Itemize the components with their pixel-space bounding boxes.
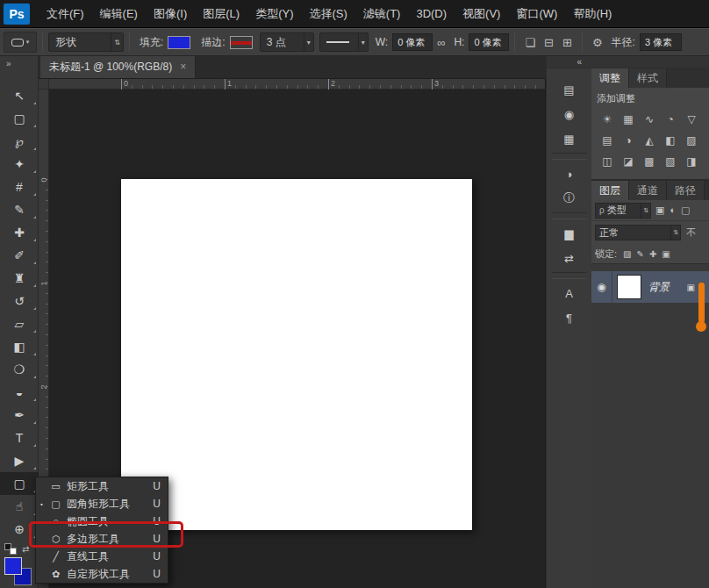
tool-brush[interactable]: ✐ <box>0 244 39 267</box>
lock-icon[interactable]: ▨ <box>623 249 631 259</box>
menu-item[interactable]: 图层(L) <box>195 0 247 27</box>
tool-eyedropper[interactable]: ✎ <box>0 198 39 221</box>
radius-input[interactable]: 3 像素 <box>640 33 682 51</box>
panel-icon-separator-2[interactable] <box>552 212 586 219</box>
stroke-color-swatch[interactable] <box>230 36 253 49</box>
default-colors-icon[interactable] <box>4 543 17 555</box>
adjustment-icon[interactable]: ☀ <box>597 109 618 130</box>
toolbar-collapse-button[interactable]: » <box>0 56 38 74</box>
adjustment-icon[interactable]: ◪ <box>618 151 639 172</box>
menu-item[interactable]: 窗口(W) <box>508 0 565 27</box>
panel-tab[interactable]: 样式 <box>629 68 667 88</box>
op-icon-path-arrange[interactable]: ⊞ <box>558 36 577 49</box>
adjustment-icon[interactable]: ▦ <box>618 109 639 130</box>
panel-icon-actions[interactable]: ⇄ <box>547 246 591 270</box>
op-icon-path-alignment[interactable]: ⊟ <box>540 36 558 49</box>
panel-collapse-button[interactable]: « <box>547 56 591 68</box>
tool-move[interactable]: ↖ <box>0 84 39 107</box>
tool-eraser[interactable]: ▱ <box>0 312 39 335</box>
panel-icon-character[interactable]: A <box>547 281 591 305</box>
layer-thumbnail[interactable] <box>617 275 641 299</box>
tool-marquee[interactable]: ▢ <box>0 107 39 130</box>
adjustment-icon[interactable]: ▧ <box>660 151 681 172</box>
tool-healing-brush[interactable]: ✚ <box>0 221 39 244</box>
visibility-toggle[interactable]: ◉ <box>591 271 612 303</box>
flyout-item-line[interactable]: ▪ ╱ 直线工具 U <box>36 548 168 565</box>
filter-icon[interactable]: ▢ <box>681 204 690 216</box>
panel-icon-info[interactable]: ⓘ <box>547 186 591 211</box>
panel-icon-separator-1[interactable] <box>552 153 586 160</box>
adjustment-icon[interactable]: ◫ <box>597 151 618 172</box>
flyout-item-custom-shape[interactable]: ▪ ✿ 自定形状工具 U <box>36 565 168 583</box>
tool-history-brush[interactable]: ↺ <box>0 290 39 312</box>
lock-icon[interactable]: ✚ <box>649 249 656 259</box>
menu-item[interactable]: 文件(F) <box>39 0 92 27</box>
op-icon-path-operations[interactable]: ❏ <box>520 36 540 49</box>
panel-icon-brush-presets[interactable]: ▤ <box>547 77 591 102</box>
menu-item[interactable]: 视图(V) <box>455 0 508 27</box>
adjustment-icon[interactable]: ▤ <box>597 130 618 151</box>
menu-item[interactable]: 帮助(H) <box>565 0 619 27</box>
link-dimensions-icon[interactable]: ∞ <box>433 36 449 49</box>
panel-icon-swatches[interactable]: ▦ <box>547 126 591 151</box>
lock-icon[interactable]: ✎ <box>637 249 644 259</box>
menu-item[interactable]: 图像(I) <box>146 0 195 27</box>
blend-mode-select[interactable]: 正常 ⇅ <box>595 225 681 240</box>
tool-type[interactable]: T <box>0 427 39 449</box>
gear-icon[interactable]: ⚙ <box>588 36 607 49</box>
tool-magic-wand[interactable]: ✦ <box>0 153 39 176</box>
menu-item[interactable]: 滤镜(T) <box>355 0 409 27</box>
adjustment-icon[interactable]: ◔ <box>660 109 681 130</box>
layer-filter-select[interactable]: ρ 类型 ⇅ <box>595 203 651 219</box>
menu-item[interactable]: 编辑(E) <box>92 0 146 27</box>
adjustment-icon[interactable]: ◧ <box>660 130 681 151</box>
height-input[interactable]: 0 像素 <box>469 33 509 51</box>
layer-row-background[interactable]: ◉ 背景 ▣ <box>591 271 709 303</box>
adjustment-icon[interactable]: ◭ <box>639 130 660 151</box>
foreground-color-swatch[interactable] <box>4 557 22 575</box>
tool-clone-stamp[interactable]: ♜ <box>0 267 39 290</box>
tool-pen[interactable]: ✒ <box>0 404 39 427</box>
tool-gradient[interactable]: ◧ <box>0 335 39 358</box>
panel-icon-separator-3[interactable] <box>552 272 586 279</box>
tool-path-select[interactable]: ▶ <box>0 449 39 472</box>
tool-dodge[interactable]: ◒ <box>0 381 39 404</box>
panel-icon-histogram[interactable]: ▆ <box>547 221 591 246</box>
menu-item[interactable]: 选择(S) <box>301 0 354 27</box>
adjustment-icon[interactable]: ◨ <box>681 151 702 172</box>
tool-mode-select[interactable]: 形状 ⇅ <box>48 32 124 52</box>
flyout-item-rectangle[interactable]: ▪ ▭ 矩形工具 U <box>36 477 168 495</box>
tool-shape[interactable]: ▢ <box>0 472 39 495</box>
document-tab[interactable]: 未标题-1 @ 100%(RGB/8) × <box>40 55 196 78</box>
flyout-item-rounded-rectangle[interactable]: ▪ ▢ 圆角矩形工具 U <box>36 495 168 513</box>
stroke-width-select[interactable]: 3 点 ▾ <box>260 32 314 52</box>
document-canvas[interactable] <box>121 179 472 530</box>
panel-tab[interactable]: 调整 <box>591 68 629 88</box>
stroke-style-select[interactable]: ▾ <box>319 32 369 52</box>
filter-icon[interactable]: ▣ <box>655 204 664 216</box>
adjustment-icon[interactable]: ◑ <box>618 130 639 151</box>
adjustment-icon[interactable]: ▽ <box>681 109 702 130</box>
panel-tab[interactable]: 图层 <box>591 181 629 200</box>
tool-blur[interactable]: ❍ <box>0 358 39 381</box>
adjustment-icon[interactable]: ∿ <box>639 109 660 130</box>
panel-icon-paragraph[interactable]: ¶ <box>547 305 591 330</box>
close-icon[interactable]: × <box>180 61 186 73</box>
tool-lasso[interactable]: ℘ <box>0 130 39 153</box>
adjustment-icon[interactable]: ▨ <box>681 130 702 151</box>
lock-icon[interactable]: ▣ <box>662 249 670 259</box>
panel-tab[interactable]: 通道 <box>629 181 667 200</box>
fill-color-swatch[interactable] <box>168 36 190 49</box>
adjustment-icon[interactable]: ▩ <box>639 151 660 172</box>
panel-icon-clone-source[interactable]: ◉ <box>547 102 591 126</box>
tool-crop[interactable]: # <box>0 176 39 198</box>
width-input[interactable]: 0 像素 <box>392 33 433 51</box>
filter-icon[interactable]: ◐ <box>670 204 676 216</box>
swap-colors-icon[interactable]: ⇄ <box>22 544 29 554</box>
panel-icon-adjustments[interactable]: ◑ <box>547 161 591 186</box>
menu-item[interactable]: 类型(Y) <box>247 0 301 27</box>
tool-preset-button[interactable]: ▾ <box>4 32 37 53</box>
tool-hand[interactable]: ☝ <box>0 495 39 518</box>
panel-tab[interactable]: 路径 <box>667 181 705 200</box>
menu-item[interactable]: 3D(D) <box>408 0 455 27</box>
